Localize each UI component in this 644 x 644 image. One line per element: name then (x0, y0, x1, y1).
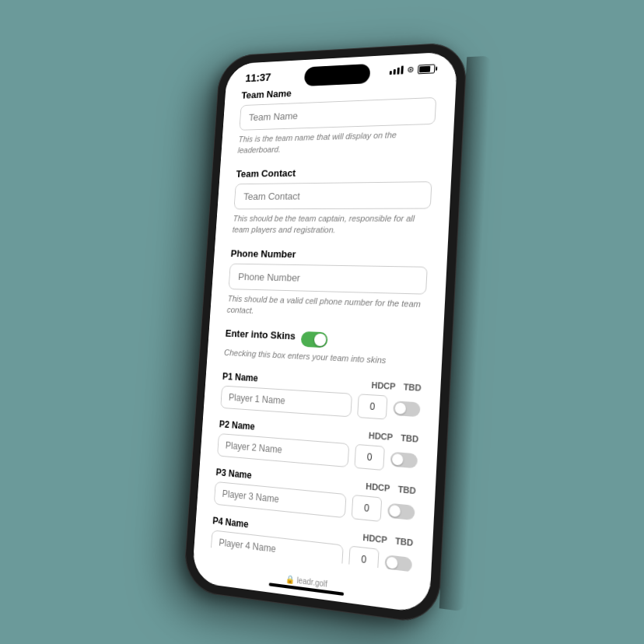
player-4-tbd-toggle[interactable] (384, 555, 412, 572)
player-2-label: P2 Name (219, 418, 255, 432)
player-1-name-input[interactable] (220, 385, 352, 417)
player-4-label: P4 Name (212, 515, 249, 530)
player-1-tbd-label: TBD (403, 382, 422, 393)
team-contact-group: Team Contact This should be the team cap… (232, 165, 432, 237)
phone-screen: 11:37 ⊛ (191, 51, 457, 614)
phone-body: 11:37 ⊛ (183, 41, 467, 625)
player-1-tbd-toggle[interactable] (393, 401, 421, 417)
player-4-tbd-label: TBD (395, 536, 414, 548)
player-2-inputs (217, 433, 418, 474)
team-name-desc: This is the team name that will display … (237, 128, 435, 156)
phone-number-input[interactable] (229, 263, 428, 294)
player-1-inputs (220, 385, 421, 422)
player-3-row: P3 Name HDCP TBD (214, 467, 416, 525)
player-2-name-input[interactable] (217, 433, 349, 467)
form-content[interactable]: Team Name This is the team name that wil… (194, 80, 457, 574)
player-3-tbd-label: TBD (397, 484, 416, 495)
status-bar: 11:37 ⊛ (226, 51, 457, 91)
phone-device: 11:37 ⊛ (183, 41, 467, 625)
player-2-hdcp-label: HDCP (369, 430, 394, 442)
skins-label: Enter into Skins (225, 327, 296, 341)
player-1-hdcp-tbd: HDCP TBD (371, 380, 422, 393)
dynamic-island (304, 64, 371, 86)
player-2-hdcp-input[interactable] (354, 444, 385, 471)
player-2-hdcp-tbd: HDCP TBD (369, 430, 419, 443)
player-3-name-input[interactable] (214, 481, 347, 518)
phone-number-group: Phone Number This should be a valid cell… (226, 247, 429, 323)
player-1-hdcp-label: HDCP (371, 380, 396, 391)
battery-icon (418, 64, 436, 74)
player-2-row: P2 Name HDCP TBD (217, 418, 419, 473)
skins-desc: Checking this box enters your team into … (224, 347, 423, 369)
player-3-hdcp-label: HDCP (366, 481, 390, 492)
lock-icon: 🔒 (285, 574, 295, 584)
player-3-tbd-toggle[interactable] (387, 502, 415, 520)
bottom-bar: 🔒 leadr.golf (191, 555, 430, 614)
bottom-url: 🔒 leadr.golf (285, 574, 327, 588)
players-section: P1 Name HDCP TBD (211, 371, 422, 574)
player-2-tbd-label: TBD (401, 432, 419, 443)
player-1-hdcp-input[interactable] (357, 394, 387, 419)
player-2-tbd-toggle[interactable] (390, 451, 418, 468)
team-name-input[interactable] (239, 97, 436, 131)
player-3-label: P3 Name (215, 467, 252, 481)
phone-shadow (439, 56, 491, 612)
status-icons: ⊛ (390, 63, 436, 75)
phone-number-label: Phone Number (230, 247, 429, 261)
team-contact-label: Team Contact (236, 165, 432, 180)
player-3-hdcp-input[interactable] (352, 495, 383, 522)
status-time: 11:37 (245, 71, 271, 84)
signal-icon (390, 66, 404, 75)
phone-number-desc: This should be a valid cell phone number… (226, 292, 425, 323)
team-contact-desc: This should be the team captain, respons… (232, 212, 430, 236)
team-name-group: Team Name This is the team name that wil… (237, 81, 437, 156)
player-4-hdcp-input[interactable] (348, 545, 380, 573)
player-1-row: P1 Name HDCP TBD (220, 371, 422, 422)
player-4-hdcp-label: HDCP (362, 532, 387, 544)
skins-toggle[interactable] (300, 331, 327, 348)
wifi-icon: ⊛ (407, 65, 415, 75)
team-contact-input[interactable] (234, 181, 432, 209)
player-4-hdcp-tbd: HDCP TBD (362, 532, 413, 548)
player-1-label: P1 Name (222, 371, 259, 383)
skins-group: Enter into Skins Checking this box enter… (224, 327, 425, 369)
player-3-hdcp-tbd: HDCP TBD (366, 481, 416, 495)
home-indicator[interactable] (269, 583, 345, 596)
url-text: leadr.golf (296, 576, 327, 588)
